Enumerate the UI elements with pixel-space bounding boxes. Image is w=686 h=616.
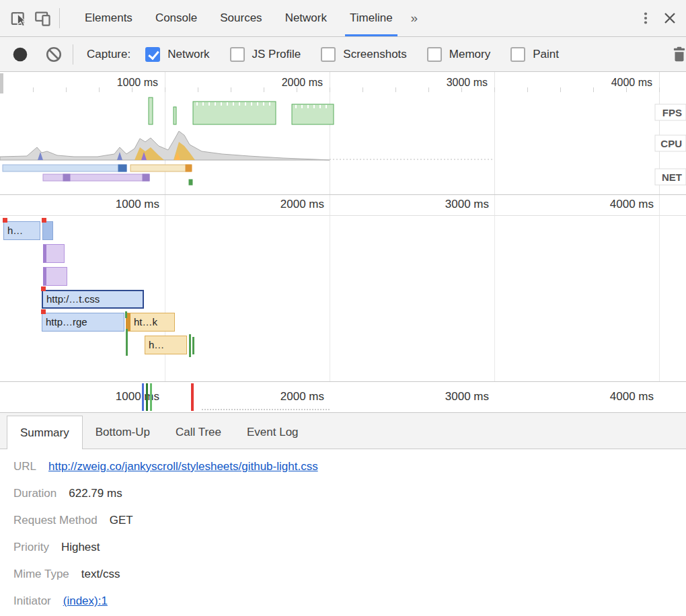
- overview-time-label: 1000 ms: [117, 77, 158, 88]
- capture-label: Capture:: [87, 48, 130, 61]
- timeline-overview[interactable]: 1000 ms2000 ms3000 ms4000 msFPSCPUNET: [0, 72, 686, 195]
- summary-row-initiator: Initiator(index):1: [13, 588, 686, 615]
- checkbox-paint[interactable]: [510, 47, 525, 62]
- overview-chart: 1000 ms2000 ms3000 ms4000 msFPSCPUNET: [0, 72, 686, 194]
- overview-row-label: CPU: [660, 138, 682, 149]
- kebab-menu-icon: [638, 10, 654, 26]
- ruler-label: 1000 ms: [52, 198, 159, 211]
- menu-button[interactable]: [634, 6, 658, 30]
- summary-field-link[interactable]: (index):1: [63, 594, 108, 608]
- block-icon: [45, 46, 63, 63]
- long-task-marker: [41, 286, 46, 291]
- checkbox-label: Paint: [533, 48, 559, 61]
- timeline-event-marker: [150, 383, 152, 411]
- summary-field-label: Priority: [13, 541, 49, 554]
- summary-row-priority: PriorityHighest: [13, 534, 686, 561]
- overview-row-label: FPS: [662, 107, 682, 118]
- more-panels-button[interactable]: »: [404, 0, 425, 36]
- overview-time-label: 3000 ms: [447, 77, 488, 88]
- summary-field-value: GET: [110, 514, 133, 527]
- flame-chart[interactable]: 1000 ms2000 ms3000 ms4000 ms h…http:/…t.…: [0, 195, 686, 382]
- panel-tab-console[interactable]: Console: [144, 0, 208, 36]
- overview-time-label: 4000 ms: [611, 77, 652, 88]
- paint-marker: [192, 337, 194, 354]
- summary-row-request-method: Request MethodGET: [13, 507, 686, 534]
- trash-icon: [671, 46, 686, 63]
- inspect-element-button[interactable]: [7, 6, 31, 30]
- mini-timeline-ruler[interactable]: 1000 ms2000 ms3000 ms4000 ms: [0, 382, 686, 413]
- record-button[interactable]: [8, 42, 32, 67]
- flame-ruler: 1000 ms2000 ms3000 ms4000 ms: [0, 195, 686, 216]
- summary-row-url: URLhttp://zweig.co/jankyscroll/styleshee…: [13, 453, 686, 480]
- checkbox-memory[interactable]: [427, 47, 442, 62]
- inspect-cursor-icon: [10, 9, 28, 28]
- capture-option-js-profile[interactable]: JS Profile: [230, 47, 301, 62]
- mini-ruler-markers: [0, 382, 686, 412]
- checkbox-screenshots[interactable]: [321, 47, 336, 62]
- summary-field-link[interactable]: http://zweig.co/jankyscroll/stylesheets/…: [48, 460, 318, 473]
- panel-tab-network[interactable]: Network: [274, 0, 338, 36]
- paint-marker: [189, 334, 191, 357]
- details-tab-call-tree[interactable]: Call Tree: [163, 416, 234, 449]
- panel-tab-sources[interactable]: Sources: [208, 0, 273, 36]
- network-request-bar[interactable]: h…: [3, 221, 40, 240]
- summary-row-mime-type: Mime Typetext/css: [13, 561, 686, 588]
- main-toolbar: ElementsConsoleSourcesNetworkTimeline »: [0, 0, 686, 37]
- checkbox-label: Network: [167, 48, 209, 61]
- capture-toolbar: Capture: NetworkJS ProfileScreenshotsMem…: [0, 37, 686, 72]
- checkbox-js-profile[interactable]: [230, 47, 245, 62]
- summary-field-label: URL: [13, 460, 36, 473]
- garbage-collect-button[interactable]: [667, 42, 686, 67]
- panel-tab-elements[interactable]: Elements: [73, 0, 144, 36]
- summary-pane: URLhttp://zweig.co/jankyscroll/styleshee…: [0, 449, 686, 615]
- summary-field-label: Mime Type: [13, 568, 69, 581]
- summary-field-value: Highest: [61, 541, 100, 554]
- details-tab-bar: SummaryBottom-UpCall TreeEvent Log: [0, 413, 686, 449]
- details-tab-summary[interactable]: Summary: [7, 416, 83, 449]
- network-request-bar[interactable]: [42, 221, 53, 240]
- long-task-marker: [41, 309, 46, 314]
- summary-row-duration: Duration622.79 ms: [13, 480, 686, 507]
- device-toolbar-icon: [34, 9, 52, 28]
- details-tab-bottom-up[interactable]: Bottom-Up: [83, 416, 163, 449]
- window-controls: [634, 6, 686, 30]
- panel-tab-timeline[interactable]: Timeline: [338, 0, 404, 36]
- network-request-bar[interactable]: http…rge: [42, 313, 124, 332]
- network-request-bar[interactable]: ht…k: [126, 313, 175, 332]
- clear-button[interactable]: [42, 42, 66, 67]
- overview-row-label: NET: [662, 171, 682, 183]
- ruler-label: 4000 ms: [546, 198, 654, 211]
- checkbox-network[interactable]: [145, 47, 160, 62]
- network-request-bar[interactable]: http:/…t.css: [42, 290, 144, 309]
- capture-option-screenshots[interactable]: Screenshots: [321, 47, 407, 62]
- toolbar-separator: [73, 44, 73, 65]
- long-task-marker: [3, 218, 7, 223]
- summary-field-label: Duration: [13, 487, 56, 500]
- network-requests-track: h…http:/…t.csshttp…rgeht…kh…: [0, 216, 686, 381]
- network-request-bar[interactable]: [43, 244, 65, 263]
- paint-marker: [126, 329, 128, 356]
- checkbox-label: JS Profile: [252, 48, 301, 61]
- summary-field-label: Request Method: [13, 514, 98, 527]
- details-tab-event-log[interactable]: Event Log: [234, 416, 311, 449]
- network-request-bar[interactable]: [43, 267, 67, 286]
- record-icon: [11, 46, 29, 63]
- summary-rows: URLhttp://zweig.co/jankyscroll/styleshee…: [13, 453, 686, 615]
- capture-option-memory[interactable]: Memory: [427, 47, 490, 62]
- close-devtools-button[interactable]: [658, 6, 682, 30]
- timeline-event-marker: [142, 383, 144, 411]
- device-toolbar-button[interactable]: [31, 6, 55, 30]
- checkbox-label: Memory: [449, 48, 490, 61]
- screenshot-track-placeholder: [202, 409, 330, 410]
- summary-field-label: Initiator: [13, 594, 51, 608]
- capture-options: NetworkJS ProfileScreenshotsMemoryPaint: [145, 47, 579, 62]
- summary-field-value: text/css: [81, 568, 120, 581]
- timeline-event-marker: [191, 383, 194, 411]
- capture-option-network[interactable]: Network: [145, 47, 209, 62]
- network-request-bar[interactable]: h…: [145, 336, 187, 354]
- capture-option-paint[interactable]: Paint: [510, 47, 559, 62]
- summary-field-value: 622.79 ms: [69, 487, 122, 500]
- ruler-label: 2000 ms: [217, 198, 324, 211]
- overview-time-label: 2000 ms: [282, 77, 323, 88]
- toolbar-separator: [59, 8, 60, 28]
